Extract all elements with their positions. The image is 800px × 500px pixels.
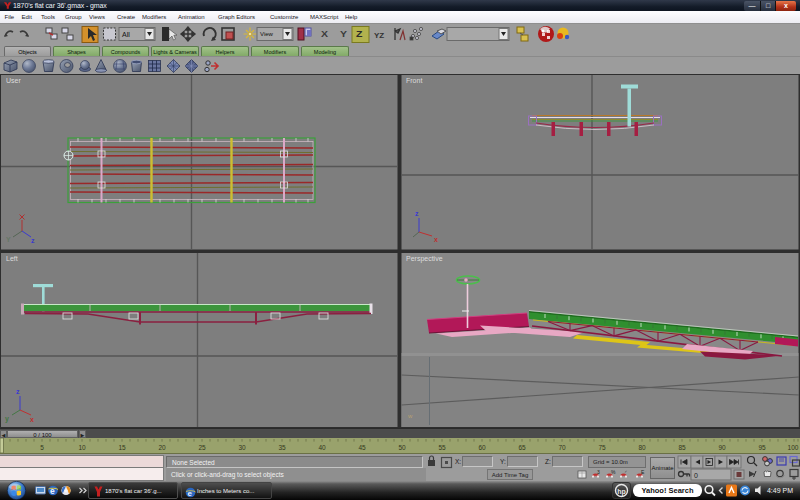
- svg-text:Y: Y: [6, 236, 11, 243]
- svg-text:95: 95: [758, 444, 766, 451]
- svg-text:65: 65: [518, 444, 526, 451]
- svg-text:45: 45: [358, 444, 366, 451]
- svg-text:75: 75: [598, 444, 606, 451]
- svg-text:55: 55: [438, 444, 446, 451]
- svg-text:View: View: [260, 31, 274, 37]
- svg-text:10: 10: [78, 444, 86, 451]
- svg-text:15: 15: [118, 444, 126, 451]
- svg-text:0: 0: [694, 472, 698, 479]
- svg-text:80: 80: [638, 444, 646, 451]
- svg-text:All: All: [122, 31, 130, 38]
- svg-text:YZ: YZ: [374, 31, 384, 40]
- svg-text:x: x: [30, 416, 34, 423]
- svg-text:90: 90: [718, 444, 726, 451]
- svg-text:e: e: [50, 486, 55, 496]
- svg-text:Y: Y: [340, 29, 347, 40]
- svg-text:Z: Z: [356, 29, 362, 40]
- svg-text:hp: hp: [617, 488, 626, 496]
- svg-text:50: 50: [398, 444, 406, 451]
- svg-text:w: w: [407, 413, 413, 419]
- svg-text:E: E: [641, 469, 645, 475]
- svg-text:60: 60: [478, 444, 486, 451]
- svg-text:5: 5: [40, 444, 44, 451]
- svg-text:◜: ◜: [625, 469, 627, 475]
- svg-text:z: z: [31, 237, 35, 244]
- svg-text:e: e: [188, 489, 193, 498]
- svg-text:20: 20: [158, 444, 166, 451]
- svg-text:25: 25: [198, 444, 206, 451]
- svg-text:3: 3: [597, 469, 600, 475]
- svg-text:y: y: [5, 415, 9, 423]
- svg-text:85: 85: [678, 444, 686, 451]
- svg-text:z: z: [415, 210, 419, 217]
- svg-text:40: 40: [318, 444, 326, 451]
- svg-text:x: x: [434, 236, 438, 243]
- svg-text:z: z: [16, 388, 20, 395]
- svg-text:70: 70: [558, 444, 566, 451]
- svg-text:30: 30: [238, 444, 246, 451]
- svg-text:100: 100: [788, 444, 799, 451]
- svg-text:X: X: [321, 29, 328, 40]
- svg-text:35: 35: [278, 444, 286, 451]
- svg-text:%: %: [611, 469, 616, 475]
